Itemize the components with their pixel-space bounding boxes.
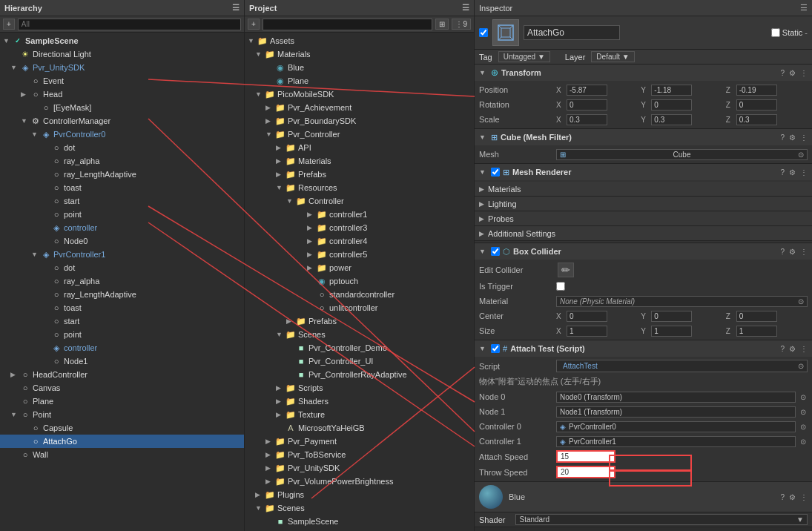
tag-dropdown[interactable]: Untagged ▼ [498,51,550,62]
mesh-filter-header[interactable]: ▼ ⊞ Cube (Mesh Filter) ? ⚙ ⋮ [475,129,812,145]
layer-dropdown[interactable]: Default ▼ [591,51,634,62]
project-item-pvr-tobservice[interactable]: ▶ 📁 Pvr_ToBService [245,448,474,461]
project-item-pvr-controller-folder[interactable]: ▼ 📁 Pvr_Controller [245,128,474,141]
project-item-controller-res[interactable]: ▼ 📁 Controller [245,194,474,208]
size-z-input[interactable] [736,326,777,337]
mesh-renderer-enabled[interactable] [491,168,500,177]
edit-collider-button[interactable]: ✏ [558,263,574,277]
comp-settings-icon[interactable]: ⚙ [789,248,796,256]
mesh-select-icon[interactable]: ⊙ [798,151,804,159]
project-item-prefabs2[interactable]: ▶ 📁 Prefabs [245,314,474,328]
hierarchy-menu-icon[interactable]: ☰ [232,3,240,13]
materials-section[interactable]: ▶ Materials [475,182,812,197]
comp-menu-icon[interactable]: ⋮ [800,168,808,177]
probes-section[interactable]: ▶ Probes [475,211,812,226]
position-z-input[interactable] [736,85,777,96]
scale-x-input[interactable] [567,114,607,125]
is-trigger-checkbox[interactable] [556,282,565,291]
hierarchy-item-ray-alpha0[interactable]: ○ ray_alpha [0,154,244,168]
hierarchy-item-point0[interactable]: ○ point [0,208,244,221]
comp-help-icon[interactable]: ? [780,69,785,77]
project-item-pico-mobile[interactable]: ▼ 📁 PicoMobileSDK [245,88,474,101]
project-item-api[interactable]: ▶ 📁 API [245,141,474,154]
comp-settings-icon[interactable]: ⚙ [789,345,796,353]
additional-settings-section[interactable]: ▶ Additional Settings [475,226,812,241]
project-item-pvr-boundary[interactable]: ▶ 📁 Pvr_BoundarySDK [245,114,474,128]
comp-settings-icon[interactable]: ⚙ [789,493,796,501]
hierarchy-item-node0[interactable]: ○ Node0 [0,234,244,248]
hierarchy-item-node1[interactable]: ○ Node1 [0,354,244,368]
project-item-scenes-root[interactable]: ▼ 📁 Scenes [245,501,474,515]
collider-material-select-icon[interactable]: ⊙ [798,297,804,306]
center-y-input[interactable] [651,311,692,322]
hierarchy-item-pvr-controller0[interactable]: ▼ ◈ PvrController0 [0,128,244,141]
rotation-z-input[interactable] [736,99,777,111]
project-item-texture[interactable]: ▶ 📁 Texture [245,408,474,421]
hierarchy-item-controller0-child[interactable]: ◈ controller [0,221,244,234]
comp-menu-icon[interactable]: ⋮ [800,248,808,256]
project-search-input[interactable] [263,19,433,30]
project-item-pptouch[interactable]: ◉ pptouch [245,274,474,288]
hierarchy-item-plane[interactable]: ○ Plane [0,395,244,408]
project-item-plugins[interactable]: ▶ 📁 Plugins [245,488,474,501]
center-z-input[interactable] [736,311,777,322]
hierarchy-item-start0[interactable]: ○ start [0,194,244,208]
comp-menu-icon[interactable]: ⋮ [800,69,808,77]
hierarchy-item-dot0[interactable]: ○ dot [0,141,244,154]
hierarchy-search-input[interactable] [18,19,241,30]
project-item-scenes[interactable]: ▼ 📁 Scenes [245,328,474,341]
rotation-x-input[interactable] [567,99,607,111]
project-item-scripts-root[interactable]: ▼ 📁 Scripts [245,528,474,531]
project-item-materials[interactable]: ▼ 📁 Materials [245,47,474,61]
comp-help-icon[interactable]: ? [780,345,785,353]
hierarchy-item-capsule[interactable]: ○ Capsule [0,421,244,435]
project-item-prefabs-ctrl[interactable]: ▶ 📁 Prefabs [245,168,474,181]
position-x-input[interactable] [567,85,607,96]
rotation-y-input[interactable] [651,99,692,111]
size-y-input[interactable] [651,326,692,337]
static-checkbox[interactable] [771,28,780,37]
hierarchy-item-point-main[interactable]: ▼ ○ Point [0,408,244,421]
hierarchy-item-eyemask[interactable]: ○ [EyeMask] [0,101,244,114]
project-item-power[interactable]: ▶ 📁 power [245,261,474,274]
hierarchy-item-ray-length1[interactable]: ○ ray_LengthAdaptive [0,288,244,301]
project-item-materials-ctrl[interactable]: ▶ 📁 Materials [245,154,474,168]
hierarchy-item-pvr-unity-sdk[interactable]: ▼ ◈ Pvr_UnitySDK [0,61,244,74]
hierarchy-item-head-controller[interactable]: ▶ ○ HeadController [0,368,244,381]
project-item-scripts-ctrl[interactable]: ▶ 📁 Scripts [245,381,474,395]
project-view-button[interactable]: ⊞ [435,19,449,30]
project-item-shaders[interactable]: ▶ 📁 Shaders [245,395,474,408]
project-item-microsoftyahei[interactable]: A MicrosoftYaHeiGB [245,421,474,435]
mesh-dropdown[interactable]: ⊞ Cube ⊙ [556,149,808,160]
project-item-resources[interactable]: ▼ 📁 Resources [245,181,474,194]
transform-header[interactable]: ▼ ⊕ Transform ? ⚙ ⋮ [475,65,812,81]
throw-speed-input[interactable] [556,466,615,478]
comp-menu-icon[interactable]: ⋮ [800,345,808,353]
hierarchy-item-ray-length0[interactable]: ○ ray_LengthAdaptive [0,168,244,181]
scale-y-input[interactable] [651,114,692,125]
project-item-pvr-ctrl-ui[interactable]: ■ Pvr_Controller_UI [245,354,474,368]
hierarchy-item-toast1[interactable]: ○ toast [0,301,244,314]
project-item-pvr-volume[interactable]: ▶ 📁 Pvr_VolumePowerBrightness [245,475,474,488]
size-x-input[interactable] [567,326,607,337]
comp-help-icon[interactable]: ? [780,248,785,256]
add-object-button[interactable]: + [3,19,15,30]
project-item-pvr-achievement[interactable]: ▶ 📁 Pvr_Achievement [245,101,474,114]
project-settings-button[interactable]: ⋮9 [452,19,471,30]
collider-material-dropdown[interactable]: None (Physic Material) ⊙ [556,296,808,307]
project-item-controller4[interactable]: ▶ 📁 controller4 [245,234,474,248]
project-item-blue[interactable]: ◉ Blue [245,61,474,74]
hierarchy-item-wall[interactable]: ○ Wall [0,448,244,461]
hierarchy-item-pvr-controller1[interactable]: ▼ ◈ PvrController1 [0,248,244,261]
controller1-select-button[interactable]: ⊙ [799,438,808,446]
hierarchy-item-ray-alpha1[interactable]: ○ ray_alpha [0,274,244,288]
hierarchy-item-controller1-child[interactable]: ◈ controller [0,341,244,354]
project-item-standardcontroller[interactable]: ○ standardcontroller [245,288,474,301]
box-collider-header[interactable]: ▼ ⬡ Box Collider ? ⚙ ⋮ [475,243,812,260]
project-item-pvr-ctrl-demo[interactable]: ■ Pvr_Controller_Demo [245,341,474,354]
attach-speed-input[interactable] [556,450,615,463]
attach-test-header[interactable]: ▼ # Attach Test (Script) ? ⚙ ⋮ [475,340,812,357]
comp-menu-icon[interactable]: ⋮ [800,133,808,142]
hierarchy-item-event[interactable]: ○ Event [0,74,244,88]
add-asset-button[interactable]: + [248,19,260,30]
